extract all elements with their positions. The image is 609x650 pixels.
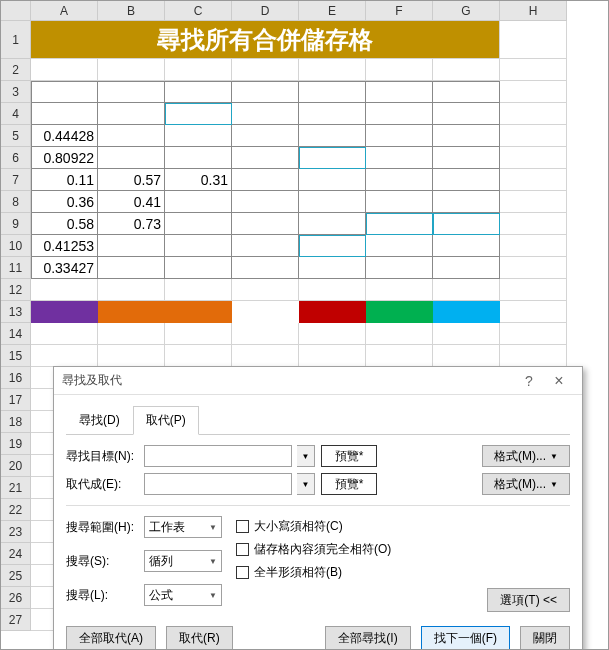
match-entire-checkbox[interactable] (236, 543, 249, 556)
cell-E8[interactable] (299, 191, 366, 213)
cell-H9[interactable] (500, 213, 567, 235)
cell-A12[interactable] (31, 279, 98, 301)
cell-F6[interactable] (366, 147, 433, 169)
cell-H12[interactable] (500, 279, 567, 301)
cell-F11[interactable] (366, 257, 433, 279)
cell-E10[interactable] (299, 235, 366, 257)
row-header-17[interactable]: 17 (1, 389, 31, 411)
cell-F8[interactable] (366, 191, 433, 213)
cell-D3[interactable] (232, 81, 299, 103)
cell-G11[interactable] (433, 257, 500, 279)
color-segment[interactable] (98, 301, 232, 323)
cell-B6[interactable] (98, 147, 165, 169)
row-header-16[interactable]: 16 (1, 367, 31, 389)
cell-E6[interactable] (299, 147, 366, 169)
find-history-dropdown[interactable]: ▼ (297, 445, 315, 467)
cell-G12[interactable] (433, 279, 500, 301)
col-header-F[interactable]: F (366, 1, 433, 21)
row-header-23[interactable]: 23 (1, 521, 31, 543)
cell-B15[interactable] (98, 345, 165, 367)
color-segment[interactable] (31, 301, 98, 323)
cell-F15[interactable] (366, 345, 433, 367)
cell-H2[interactable] (500, 59, 567, 81)
cell-D2[interactable] (232, 59, 299, 81)
cell-G8[interactable] (433, 191, 500, 213)
cell-B4[interactable] (98, 103, 165, 125)
cell-G14[interactable] (433, 323, 500, 345)
cell-H10[interactable] (500, 235, 567, 257)
cell-D4[interactable] (232, 103, 299, 125)
cell-G7[interactable] (433, 169, 500, 191)
row-header-13[interactable]: 13 (1, 301, 31, 323)
cell-B10[interactable] (98, 235, 165, 257)
cell-E5[interactable] (299, 125, 366, 147)
cell-D5[interactable] (232, 125, 299, 147)
tab-replace[interactable]: 取代(P) (133, 406, 199, 435)
cell-C5[interactable] (165, 125, 232, 147)
row-header-19[interactable]: 19 (1, 433, 31, 455)
cell-C7[interactable]: 0.31 (165, 169, 232, 191)
close-button[interactable]: 關閉 (520, 626, 570, 650)
cell-D11[interactable] (232, 257, 299, 279)
replace-history-dropdown[interactable]: ▼ (297, 473, 315, 495)
row-header-10[interactable]: 10 (1, 235, 31, 257)
cell-E4[interactable] (299, 103, 366, 125)
cell-F10[interactable] (366, 235, 433, 257)
cell-F9[interactable] (366, 213, 433, 235)
cell-C14[interactable] (165, 323, 232, 345)
within-select[interactable]: 工作表▼ (144, 516, 222, 538)
cell-C3[interactable] (165, 81, 232, 103)
cell-A10[interactable]: 0.41253 (31, 235, 98, 257)
row-header-11[interactable]: 11 (1, 257, 31, 279)
cell-A11[interactable]: 0.33427 (31, 257, 98, 279)
title-cell[interactable]: 尋找所有合併儲存格 (31, 21, 500, 59)
cell-F7[interactable] (366, 169, 433, 191)
row-header-5[interactable]: 5 (1, 125, 31, 147)
row-header-15[interactable]: 15 (1, 345, 31, 367)
cell-E11[interactable] (299, 257, 366, 279)
cell-F3[interactable] (366, 81, 433, 103)
cell-E7[interactable] (299, 169, 366, 191)
row-header-3[interactable]: 3 (1, 81, 31, 103)
cell-C15[interactable] (165, 345, 232, 367)
row-header-21[interactable]: 21 (1, 477, 31, 499)
cell-H14[interactable] (500, 323, 567, 345)
color-segment[interactable] (232, 301, 299, 323)
cell-F5[interactable] (366, 125, 433, 147)
search-select[interactable]: 循列▼ (144, 550, 222, 572)
cell-D7[interactable] (232, 169, 299, 191)
match-byte-checkbox[interactable] (236, 566, 249, 579)
cell-E14[interactable] (299, 323, 366, 345)
cell-G10[interactable] (433, 235, 500, 257)
cell-A14[interactable] (31, 323, 98, 345)
replace-format-button[interactable]: 格式(M)...▼ (482, 473, 570, 495)
cell-C12[interactable] (165, 279, 232, 301)
cell-H6[interactable] (500, 147, 567, 169)
row-header-8[interactable]: 8 (1, 191, 31, 213)
row-header-9[interactable]: 9 (1, 213, 31, 235)
col-header-H[interactable]: H (500, 1, 567, 21)
cell-G6[interactable] (433, 147, 500, 169)
cell-B2[interactable] (98, 59, 165, 81)
cell-C4[interactable] (165, 103, 232, 125)
cell-E3[interactable] (299, 81, 366, 103)
cell-H4[interactable] (500, 103, 567, 125)
cell-D8[interactable] (232, 191, 299, 213)
cell-C10[interactable] (165, 235, 232, 257)
row-header-22[interactable]: 22 (1, 499, 31, 521)
cell-A9[interactable]: 0.58 (31, 213, 98, 235)
cell-B9[interactable]: 0.73 (98, 213, 165, 235)
row-header-2[interactable]: 2 (1, 59, 31, 81)
cell-B7[interactable]: 0.57 (98, 169, 165, 191)
col-header-A[interactable]: A (31, 1, 98, 21)
row-header-26[interactable]: 26 (1, 587, 31, 609)
cell-B5[interactable] (98, 125, 165, 147)
cell-H11[interactable] (500, 257, 567, 279)
row-header-7[interactable]: 7 (1, 169, 31, 191)
cell-E15[interactable] (299, 345, 366, 367)
cell-D15[interactable] (232, 345, 299, 367)
row-header-14[interactable]: 14 (1, 323, 31, 345)
col-header-G[interactable]: G (433, 1, 500, 21)
cell-A6[interactable]: 0.80922 (31, 147, 98, 169)
select-all-corner[interactable] (1, 1, 31, 21)
